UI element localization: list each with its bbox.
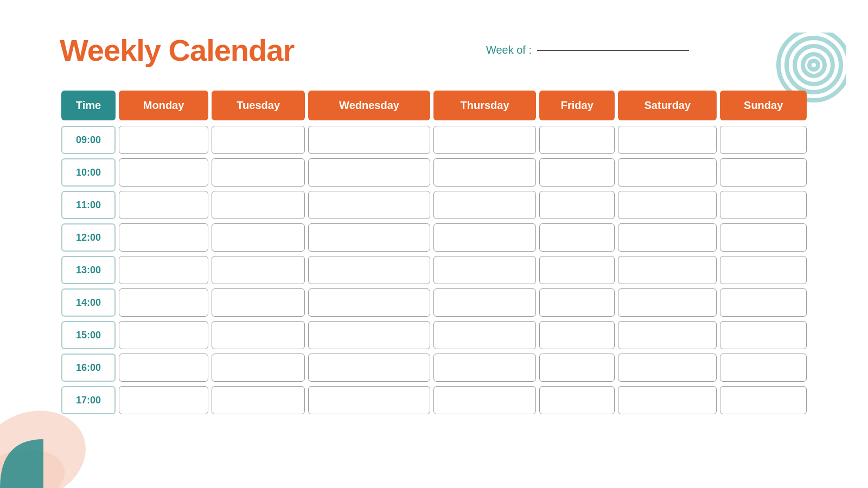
- page-title: Weekly Calendar: [60, 33, 294, 68]
- cell-16:00-friday[interactable]: [538, 351, 616, 384]
- cell-12:00-tuesday[interactable]: [210, 221, 307, 254]
- cell-11:00-thursday[interactable]: [432, 189, 538, 221]
- time-cell-11:00: 11:00: [60, 189, 117, 221]
- cell-14:00-sunday[interactable]: [718, 286, 808, 319]
- cell-14:00-saturday[interactable]: [616, 286, 718, 319]
- cell-10:00-thursday[interactable]: [432, 156, 538, 189]
- saturday-header: Saturday: [616, 89, 718, 124]
- cell-16:00-wednesday[interactable]: [307, 351, 432, 384]
- cell-12:00-thursday[interactable]: [432, 221, 538, 254]
- cell-09:00-thursday[interactable]: [432, 124, 538, 156]
- cell-16:00-thursday[interactable]: [432, 351, 538, 384]
- table-row: 16:00: [60, 351, 808, 384]
- cell-14:00-tuesday[interactable]: [210, 286, 307, 319]
- cell-15:00-thursday[interactable]: [432, 319, 538, 351]
- cell-14:00-wednesday[interactable]: [307, 286, 432, 319]
- cell-16:00-tuesday[interactable]: [210, 351, 307, 384]
- wednesday-header: Wednesday: [307, 89, 432, 124]
- sunday-header-cell: Sunday: [720, 91, 807, 120]
- table-row: 17:00: [60, 384, 808, 416]
- table-row: 14:00: [60, 286, 808, 319]
- cell-09:00-tuesday[interactable]: [210, 124, 307, 156]
- cell-12:00-monday[interactable]: [117, 221, 210, 254]
- cell-17:00-sunday[interactable]: [718, 384, 808, 416]
- cell-09:00-monday[interactable]: [117, 124, 210, 156]
- cell-09:00-sunday[interactable]: [718, 124, 808, 156]
- cell-17:00-wednesday[interactable]: [307, 384, 432, 416]
- cell-13:00-monday[interactable]: [117, 254, 210, 286]
- cell-10:00-saturday[interactable]: [616, 156, 718, 189]
- time-cell-09:00: 09:00: [60, 124, 117, 156]
- cell-17:00-thursday[interactable]: [432, 384, 538, 416]
- cell-10:00-sunday[interactable]: [718, 156, 808, 189]
- time-cell-17:00: 17:00: [60, 384, 117, 416]
- table-row: 13:00: [60, 254, 808, 286]
- cell-12:00-friday[interactable]: [538, 221, 616, 254]
- table-row: 12:00: [60, 221, 808, 254]
- cell-17:00-tuesday[interactable]: [210, 384, 307, 416]
- cell-09:00-saturday[interactable]: [616, 124, 718, 156]
- cell-16:00-saturday[interactable]: [616, 351, 718, 384]
- cell-12:00-saturday[interactable]: [616, 221, 718, 254]
- cell-15:00-tuesday[interactable]: [210, 319, 307, 351]
- tuesday-header-cell: Tuesday: [212, 91, 305, 120]
- cell-12:00-wednesday[interactable]: [307, 221, 432, 254]
- cell-13:00-tuesday[interactable]: [210, 254, 307, 286]
- cell-09:00-wednesday[interactable]: [307, 124, 432, 156]
- tuesday-header: Tuesday: [210, 89, 307, 124]
- wednesday-header-cell: Wednesday: [308, 91, 430, 120]
- cell-14:00-monday[interactable]: [117, 286, 210, 319]
- week-of-section: Week of :: [486, 44, 689, 56]
- monday-header-cell: Monday: [119, 91, 208, 120]
- cell-11:00-tuesday[interactable]: [210, 189, 307, 221]
- cell-13:00-wednesday[interactable]: [307, 254, 432, 286]
- time-cell-13:00: 13:00: [60, 254, 117, 286]
- cell-15:00-wednesday[interactable]: [307, 319, 432, 351]
- cell-17:00-friday[interactable]: [538, 384, 616, 416]
- cell-10:00-monday[interactable]: [117, 156, 210, 189]
- week-of-input[interactable]: [537, 50, 689, 51]
- cell-15:00-sunday[interactable]: [718, 319, 808, 351]
- thursday-header: Thursday: [432, 89, 538, 124]
- time-header-cell: Time: [61, 91, 116, 120]
- thursday-header-cell: Thursday: [433, 91, 537, 120]
- cell-15:00-friday[interactable]: [538, 319, 616, 351]
- cell-14:00-thursday[interactable]: [432, 286, 538, 319]
- cell-12:00-sunday[interactable]: [718, 221, 808, 254]
- friday-header-cell: Friday: [539, 91, 615, 120]
- cell-10:00-wednesday[interactable]: [307, 156, 432, 189]
- table-row: 15:00: [60, 319, 808, 351]
- sunday-header: Sunday: [718, 89, 808, 124]
- friday-header: Friday: [538, 89, 616, 124]
- cell-11:00-sunday[interactable]: [718, 189, 808, 221]
- cell-13:00-saturday[interactable]: [616, 254, 718, 286]
- time-cell-10:00: 10:00: [60, 156, 117, 189]
- time-header: Time: [60, 89, 117, 124]
- cell-17:00-saturday[interactable]: [616, 384, 718, 416]
- cell-15:00-monday[interactable]: [117, 319, 210, 351]
- calendar-body: 09:0010:0011:0012:0013:0014:0015:0016:00…: [60, 124, 808, 416]
- cell-13:00-thursday[interactable]: [432, 254, 538, 286]
- monday-header: Monday: [117, 89, 210, 124]
- cell-15:00-saturday[interactable]: [616, 319, 718, 351]
- cell-10:00-tuesday[interactable]: [210, 156, 307, 189]
- cell-10:00-friday[interactable]: [538, 156, 616, 189]
- cell-17:00-monday[interactable]: [117, 384, 210, 416]
- cell-11:00-wednesday[interactable]: [307, 189, 432, 221]
- svg-point-6: [0, 443, 69, 488]
- cell-13:00-sunday[interactable]: [718, 254, 808, 286]
- time-cell-14:00: 14:00: [60, 286, 117, 319]
- cell-11:00-saturday[interactable]: [616, 189, 718, 221]
- calendar-table: Time Monday Tuesday Wednesday Thursday F…: [60, 89, 808, 416]
- table-header-row: Time Monday Tuesday Wednesday Thursday F…: [60, 89, 808, 124]
- page-content: Weekly Calendar Week of : Time Monday Tu…: [0, 0, 868, 438]
- cell-11:00-monday[interactable]: [117, 189, 210, 221]
- cell-16:00-monday[interactable]: [117, 351, 210, 384]
- cell-16:00-sunday[interactable]: [718, 351, 808, 384]
- cell-13:00-friday[interactable]: [538, 254, 616, 286]
- cell-11:00-friday[interactable]: [538, 189, 616, 221]
- cell-14:00-friday[interactable]: [538, 286, 616, 319]
- saturday-header-cell: Saturday: [618, 91, 717, 120]
- table-row: 10:00: [60, 156, 808, 189]
- cell-09:00-friday[interactable]: [538, 124, 616, 156]
